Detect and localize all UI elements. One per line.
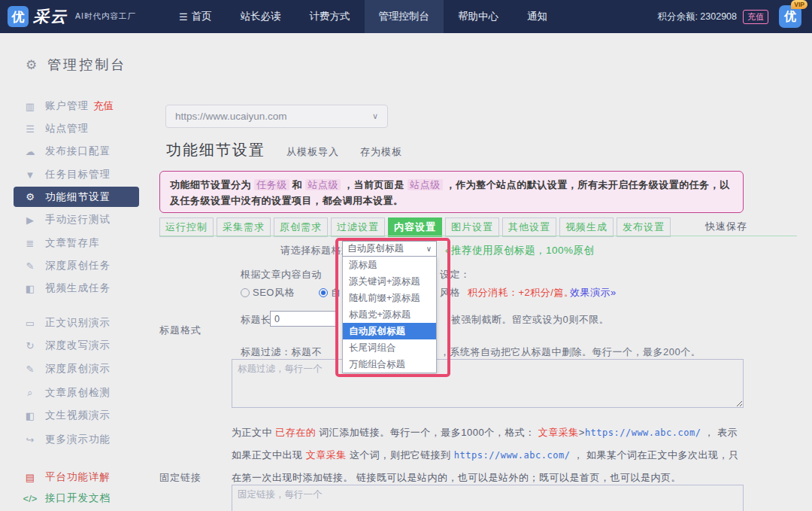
sidebar-item-feature-detail-settings[interactable]: ⚙ 功能细节设置 xyxy=(14,187,139,207)
tab-other-settings[interactable]: 其他设置 xyxy=(502,217,556,237)
tab-collect-requirements[interactable]: 采集需求 xyxy=(217,217,271,237)
sidebar-item-task-target-management[interactable]: ▼ 任务目标管理 xyxy=(23,166,111,183)
fixed-link-textarea[interactable] xyxy=(232,485,744,511)
sidebar-item-account-management[interactable]: ▥ 账户管理 充值 xyxy=(23,98,114,114)
dropdown-option-source-title[interactable]: 源标题 xyxy=(343,257,436,273)
title-filter-textarea[interactable] xyxy=(232,359,744,408)
points-balance: 积分余额: 2302908 xyxy=(657,11,737,23)
save-template-link[interactable]: 存为模板 xyxy=(360,145,402,159)
nav-item-label: 计费方式 xyxy=(310,10,350,23)
refresh-icon: ↻ xyxy=(23,340,38,351)
title-format-select-value: 自动原创标题 xyxy=(347,242,426,255)
tabs-underline xyxy=(159,236,797,236)
desc-seg-url: https://www.abc.com/ xyxy=(454,450,571,461)
sidebar-item-label: 接口开发文档 xyxy=(45,491,111,505)
sidebar-item-article-originality-check[interactable]: ⌕ 文章原创检测 xyxy=(23,385,111,401)
database-icon: ≣ xyxy=(23,238,38,249)
alert-prefix: 功能细节设置分为 xyxy=(170,179,251,190)
sidebar-item-more-demos[interactable]: ↪ 更多演示功能 xyxy=(23,431,111,448)
radio-seo-style-label: SEO风格 xyxy=(253,287,295,298)
quick-save-button[interactable]: 快速保存 xyxy=(705,220,747,233)
fixed-link-description: 为正文中 已存在的 词汇添加链接。每行一个，最多1000个，格式： 文章采集>h… xyxy=(232,421,746,489)
desc-seg: 为正文中 xyxy=(232,427,275,438)
dropdown-option-auto-original[interactable]: 自动原创标题 xyxy=(343,323,436,339)
nav-item-home[interactable]: ☰ 首页 xyxy=(165,0,226,33)
sidebar-item-deep-original-task[interactable]: ✎ 深度原创任务 xyxy=(23,257,111,274)
section-title-row: 功能细节设置 从模板导入 存为模板 xyxy=(166,140,402,160)
page-heading: ⚙ 管理控制台 xyxy=(26,56,126,74)
nav-item-pricing[interactable]: 计费方式 xyxy=(295,0,365,33)
tab-original-requirements[interactable]: 原创需求 xyxy=(274,217,328,237)
nav-item-label: 站长必读 xyxy=(241,10,281,23)
nav-item-webmaster-guide[interactable]: 站长必读 xyxy=(226,0,295,33)
sidebar-item-publish-interface-config[interactable]: ☁ 发布接口配置 xyxy=(23,143,111,160)
monitor-icon: ▭ xyxy=(23,318,38,329)
nav-item-notifications[interactable]: 通知 xyxy=(513,0,562,33)
edit-icon: ✎ xyxy=(23,260,38,272)
sidebar-item-text-to-video-demo[interactable]: ◧ 文生视频演示 xyxy=(23,407,111,424)
sidebar-item-platform-features[interactable]: ▤ 平台功能详解 xyxy=(23,469,111,485)
user-avatar[interactable]: 优 VIP xyxy=(779,5,801,28)
sidebar-item-deep-original-demo[interactable]: ✎ 深度原创演示 xyxy=(23,360,111,377)
title-length-note: 被强制截断。留空或设为0则不限。 xyxy=(451,313,609,327)
sidebar-item-label: 正文识别演示 xyxy=(45,316,111,330)
dropdown-option-clickbait[interactable]: 标题党+源标题 xyxy=(343,306,436,323)
sidebar-item-content-recognition-demo[interactable]: ▭ 正文识别演示 xyxy=(23,315,111,331)
navbar-right: 积分余额: 2302908 充值 优 VIP xyxy=(657,5,812,28)
nav-item-help-center[interactable]: 帮助中心 xyxy=(444,0,513,33)
tab-video-generation[interactable]: 视频生成 xyxy=(559,217,614,237)
code-icon: </> xyxy=(23,493,38,504)
video-icon: ◧ xyxy=(23,283,38,294)
radio-seo-style[interactable]: SEO风格 xyxy=(241,286,295,300)
alert-badge-site-level-2: 站点级 xyxy=(408,179,443,190)
sidebar-item-site-management[interactable]: ☰ 站点管理 xyxy=(23,120,89,137)
sidebar-item-deep-rewrite-demo[interactable]: ↻ 深度改写演示 xyxy=(23,337,111,354)
sidebar-item-label: 深度原创演示 xyxy=(45,362,111,376)
sidebar-item-video-generation-task[interactable]: ◧ 视频生成任务 xyxy=(23,280,111,297)
document-icon: ▤ xyxy=(23,472,38,483)
bar-chart-icon: ▥ xyxy=(23,101,38,112)
brand-name: 采云 xyxy=(33,6,68,27)
radio-media-style[interactable]: 自 xyxy=(319,286,341,300)
tab-filter-settings[interactable]: 过滤设置 xyxy=(331,217,385,237)
tab-run-control[interactable]: 运行控制 xyxy=(159,217,214,237)
nav-item-label: 通知 xyxy=(527,10,547,23)
dropdown-option-universal-combo[interactable]: 万能组合标题 xyxy=(343,356,436,373)
brand-logo[interactable]: 优 采云 AI时代内容工厂 xyxy=(0,6,136,27)
sidebar-item-api-docs[interactable]: </> 接口开发文档 xyxy=(23,490,111,506)
brand-tagline: AI时代内容工厂 xyxy=(75,11,136,22)
sidebar-recharge-link[interactable]: 充值 xyxy=(93,99,114,113)
sidebar-item-label: 视频生成任务 xyxy=(45,281,111,295)
title-format-select[interactable]: 自动原创标题 ∨ xyxy=(342,241,437,257)
tab-content-settings[interactable]: 内容设置 xyxy=(388,217,442,237)
auto-generate-label-right: 设定： xyxy=(440,268,471,281)
tab-image-settings[interactable]: 图片设置 xyxy=(445,217,499,237)
dropdown-option-random-prefix[interactable]: 随机前缀+源标题 xyxy=(343,290,436,306)
cloud-icon: ☁ xyxy=(23,146,38,157)
desc-seg-url: https://www.abc.com/ xyxy=(585,427,701,438)
title-length-input[interactable] xyxy=(270,311,336,327)
effect-demo-link[interactable]: 效果演示» xyxy=(570,286,617,300)
sidebar-item-manual-run-test[interactable]: ▶ 手动运行测试 xyxy=(23,211,111,228)
site-select[interactable]: https://www.ucaiyun.com ∨ xyxy=(165,105,388,128)
sidebar-item-label: 平台功能详解 xyxy=(45,470,111,484)
site-select-value: https://www.ucaiyun.com xyxy=(175,111,372,122)
list-icon: ☰ xyxy=(23,123,38,135)
video-icon: ◧ xyxy=(23,410,38,421)
sidebar-item-label: 更多演示功能 xyxy=(45,433,111,446)
dropdown-option-longtail-combo[interactable]: 长尾词组合 xyxy=(343,339,436,356)
import-template-link[interactable]: 从模板导入 xyxy=(286,145,339,159)
section-title: 功能细节设置 xyxy=(166,140,265,160)
tab-publish-settings[interactable]: 发布设置 xyxy=(617,217,671,237)
sidebar-item-label: 手动运行测试 xyxy=(45,213,111,227)
sidebar-item-label: 文生视频演示 xyxy=(45,409,111,422)
recommend-note: «推荐使用原创标题，100%原创 xyxy=(445,244,595,257)
desc-seg-existing: 已存在的 xyxy=(275,427,316,438)
settings-tabs: 运行控制 采集需求 原创需求 过滤设置 内容设置 图片设置 其他设置 视频生成 … xyxy=(159,217,674,237)
recharge-button[interactable]: 充值 xyxy=(743,10,768,24)
nav-item-admin-console[interactable]: 管理控制台 xyxy=(365,0,444,33)
dropdown-option-keyword-plus-title[interactable]: 源关键词+源标题 xyxy=(343,273,436,290)
nav-item-label: 首页 xyxy=(192,10,212,23)
sidebar-item-label: 站点管理 xyxy=(45,122,89,135)
sidebar-item-article-staging[interactable]: ≣ 文章暂存库 xyxy=(23,235,100,251)
